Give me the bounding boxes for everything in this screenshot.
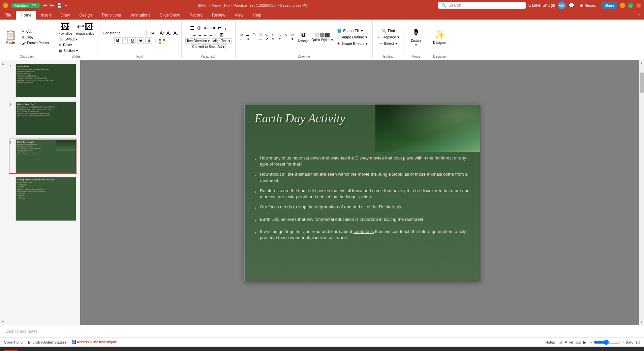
shape-para[interactable]: ▱ (289, 33, 296, 37)
ribbon-tab-view[interactable]: View (230, 11, 248, 20)
shape-fill-button[interactable]: 🪣 Shape Fill ▾ (335, 28, 370, 34)
share-button[interactable]: Share (602, 2, 617, 9)
strikethrough-button[interactable]: S (137, 37, 144, 43)
font-increase-icon[interactable]: A↑ (160, 30, 165, 36)
shape-line[interactable]: — (257, 37, 264, 42)
shape-expand[interactable]: ▾ (289, 37, 296, 42)
slide-sorter-button[interactable]: ⊞ (569, 339, 574, 346)
slide-thumb-3[interactable]: 3 What is Earth Day? Earth Day was found… (9, 101, 77, 136)
comment-icon[interactable]: 💬 (569, 3, 574, 8)
shape-curve[interactable]: ⌒ (251, 37, 257, 42)
convert-smartart-button[interactable]: Convert to SmartArt ▾ (191, 44, 226, 49)
numbering-button[interactable]: ① (196, 25, 203, 31)
search-bar[interactable]: 🔍 Search (438, 2, 526, 9)
minimize-btn[interactable]: — (620, 3, 625, 8)
dictate-button[interactable]: Dictate (411, 39, 421, 42)
indent-decrease-button[interactable]: ⇤ (203, 25, 209, 31)
zoom-in-icon[interactable]: + (622, 340, 624, 345)
layout-button[interactable]: ⬜ Layout ▾ (57, 37, 95, 42)
shape-arrow2[interactable]: ⇒ (245, 37, 251, 42)
columns-button[interactable]: ⫶ (223, 25, 228, 31)
highlight-color-button[interactable]: A (163, 38, 165, 43)
shape-oval[interactable]: ⬭ (264, 33, 270, 37)
ribbon-tab-animations[interactable]: Animations (126, 11, 155, 20)
slide-thumb-4[interactable]: 4 Earth Day Activity • How many of us ha… (9, 139, 77, 174)
shape-diamond[interactable]: ◇ (270, 33, 276, 37)
shape-rect[interactable]: ▭ (238, 33, 244, 37)
shape-freeform[interactable]: ✒ (277, 37, 283, 42)
cut-button[interactable]: ✂ Cut (20, 29, 51, 34)
text-direction-button[interactable]: Text Direction ▾ (185, 38, 211, 43)
underline-button[interactable]: U (129, 37, 136, 43)
ribbon-expand-icon[interactable]: ⌃ (634, 11, 644, 20)
normal-view-button[interactable]: ⊡ (558, 339, 563, 346)
slide-thumb-2[interactable]: 2 Introduction • Earth Day is a day that… (9, 63, 77, 98)
align-center-button[interactable]: ≡ (197, 32, 202, 38)
ribbon-tab-draw[interactable]: Draw (56, 11, 74, 20)
ribbon-tab-review[interactable]: Review (207, 11, 230, 20)
notes-button[interactable]: Notes (545, 340, 555, 344)
customize-icon[interactable]: ▾ (65, 3, 67, 8)
reset-button[interactable]: ↺ Reset (57, 42, 95, 48)
shape-edit[interactable]: ✏ (270, 37, 276, 42)
font-color-button[interactable]: A (159, 38, 161, 43)
rtl-button[interactable]: ⇄ (217, 25, 223, 31)
ribbon-tab-design[interactable]: Design (74, 11, 96, 20)
zoom-out-icon[interactable]: − (590, 340, 592, 345)
ribbon-tab-insert[interactable]: Insert (36, 11, 56, 20)
italic-button[interactable]: I (122, 37, 127, 43)
add-space-button[interactable]: ⊞ (219, 32, 225, 38)
ribbon-tab-slideshow[interactable]: Slide Show (155, 11, 185, 20)
shape-connector[interactable]: ↗ (264, 37, 270, 42)
indent-increase-button[interactable]: ⇥ (210, 25, 216, 31)
ribbon-tab-transitions[interactable]: Transitions (97, 11, 126, 20)
maximize-btn[interactable]: □ (628, 3, 633, 8)
language-status[interactable]: English (United States) (28, 340, 66, 344)
copy-button[interactable]: ⎘ Copy (20, 35, 51, 40)
section-button[interactable]: ▦ Section ▾ (57, 48, 95, 53)
shadow-button[interactable]: S (145, 37, 152, 43)
find-button[interactable]: 🔍 Find (380, 28, 397, 34)
quick-styles-button[interactable]: Quick Styles ▾ (311, 38, 333, 42)
select-button[interactable]: ⊹ Select ▾ (377, 41, 400, 47)
accessibility-status[interactable]: ♿ Accessibility: Investigate (71, 340, 117, 344)
slide-canvas[interactable]: Earth Day Activity • How many of us have… (244, 104, 480, 281)
format-painter-button[interactable]: 🖌 Format Painter (20, 40, 51, 46)
shape-round-rect[interactable]: ▢ (251, 33, 257, 37)
font-decrease-icon[interactable]: A↓ (166, 30, 172, 36)
ribbon-tab-record[interactable]: Record (185, 11, 207, 20)
info-icon[interactable]: ℹ (637, 350, 640, 351)
shape-outline-button[interactable]: □ Shape Outline ▾ (335, 34, 370, 40)
ribbon-tab-home[interactable]: Home (16, 11, 36, 20)
close-btn[interactable]: ✕ (636, 3, 641, 8)
scroll-down-icon[interactable]: ▼ (639, 320, 644, 325)
slide-thumb-5[interactable]: 5 Getting the Word Out about Earth Day •… (9, 176, 77, 222)
bullets-button[interactable]: ☰ (189, 25, 195, 31)
fit-slide-button[interactable]: ⊡ (636, 340, 640, 345)
justify-button[interactable]: ≡ (208, 32, 213, 38)
ribbon-tab-file[interactable]: File (0, 11, 16, 20)
paste-button[interactable]: 📋 Paste (3, 28, 19, 46)
shape-arrow[interactable]: → (238, 37, 244, 42)
reading-view-button[interactable]: 📖 (575, 339, 582, 346)
designer-button[interactable]: Designer (433, 41, 447, 45)
shape-round-corner[interactable]: ⬜ (257, 33, 264, 37)
bold-button[interactable]: B (114, 37, 121, 43)
scroll-up-icon[interactable]: ▲ (639, 60, 644, 66)
editor-scrollbar-v[interactable]: ▲ ▼ (639, 60, 644, 325)
font-size-input[interactable] (146, 30, 158, 36)
shape-rt-triangle[interactable]: ◺ (283, 33, 289, 37)
align-text-button[interactable]: Align Text ▾ (212, 38, 232, 43)
redo-icon[interactable]: ↪ (50, 3, 54, 8)
outline-view-button[interactable]: ≡ (564, 339, 568, 346)
replace-button[interactable]: ↔ Replace ▾ (375, 34, 401, 40)
zoom-slider[interactable] (594, 340, 621, 345)
shape-more[interactable]: … (283, 37, 289, 42)
ribbon-tab-help[interactable]: Help (248, 11, 266, 20)
user-avatar[interactable]: GS (558, 1, 566, 9)
undo-icon[interactable]: ↩ (43, 3, 47, 8)
shape-triangle[interactable]: △ (277, 33, 283, 37)
new-slide-button[interactable]: 🖼 New Slide (57, 21, 73, 36)
save-icon[interactable]: 💾 (57, 3, 62, 8)
scroll-thumb[interactable] (640, 72, 644, 93)
